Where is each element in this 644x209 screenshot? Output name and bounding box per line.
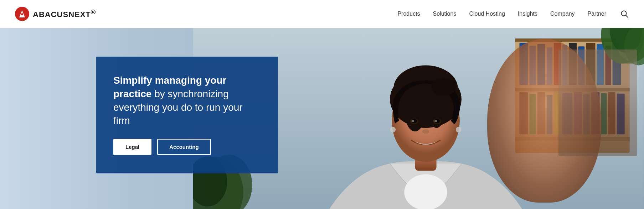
- hero-section: Simplify managing your practice by synch…: [0, 28, 644, 209]
- legal-button[interactable]: Legal: [113, 139, 151, 155]
- svg-rect-9: [515, 88, 630, 92]
- svg-rect-30: [583, 94, 589, 134]
- nav-item-insights[interactable]: Insights: [518, 11, 537, 17]
- svg-rect-23: [520, 92, 528, 134]
- svg-rect-19: [586, 43, 595, 85]
- svg-rect-32: [601, 93, 607, 134]
- svg-rect-18: [578, 46, 584, 85]
- svg-rect-31: [591, 92, 599, 134]
- svg-point-39: [624, 28, 644, 65]
- svg-rect-28: [562, 93, 572, 134]
- svg-point-59: [390, 127, 396, 132]
- svg-point-44: [404, 174, 447, 209]
- search-button[interactable]: [619, 9, 630, 19]
- hero-buttons: Legal Accounting: [113, 139, 261, 155]
- logo-text: ABACUSNEXT®: [33, 8, 96, 19]
- logo-link[interactable]: ABACUSNEXT®: [14, 6, 96, 22]
- svg-rect-13: [537, 44, 545, 85]
- svg-point-49: [404, 89, 426, 131]
- hero-content-box: Simplify managing your practice by synch…: [96, 57, 278, 173]
- svg-point-56: [411, 120, 414, 122]
- svg-rect-27: [554, 92, 561, 134]
- svg-point-57: [434, 120, 437, 122]
- nav-item-cloud-hosting[interactable]: Cloud Hosting: [469, 11, 505, 17]
- svg-line-5: [626, 15, 628, 18]
- svg-rect-33: [608, 92, 615, 134]
- svg-rect-17: [569, 43, 577, 85]
- nav-item-company[interactable]: Company: [550, 11, 575, 17]
- svg-rect-29: [574, 92, 582, 134]
- svg-rect-3: [20, 15, 24, 16]
- nav-item-solutions[interactable]: Solutions: [433, 11, 457, 17]
- logo-icon: [14, 6, 30, 22]
- nav-item-partner[interactable]: Partner: [588, 11, 606, 17]
- search-icon: [620, 10, 628, 18]
- svg-rect-24: [530, 94, 536, 134]
- site-header: ABACUSNEXT® Products Solutions Cloud Hos…: [0, 0, 644, 28]
- svg-rect-11: [520, 43, 528, 85]
- svg-rect-16: [562, 45, 567, 85]
- svg-rect-14: [547, 47, 552, 85]
- svg-point-51: [431, 78, 456, 96]
- svg-rect-26: [547, 95, 552, 134]
- svg-rect-20: [597, 44, 604, 85]
- svg-rect-15: [554, 43, 561, 85]
- svg-rect-34: [617, 94, 625, 134]
- svg-rect-7: [515, 38, 630, 153]
- hero-headline: Simplify managing your practice by synch…: [113, 74, 261, 127]
- svg-point-58: [422, 129, 429, 134]
- svg-point-60: [456, 127, 462, 132]
- svg-rect-12: [530, 46, 536, 85]
- main-nav: Products Solutions Cloud Hosting Insight…: [397, 9, 630, 19]
- svg-rect-10: [515, 137, 630, 141]
- nav-item-products[interactable]: Products: [397, 11, 420, 17]
- accounting-button[interactable]: Accounting: [157, 139, 211, 155]
- svg-rect-25: [537, 92, 545, 134]
- svg-rect-21: [606, 46, 611, 85]
